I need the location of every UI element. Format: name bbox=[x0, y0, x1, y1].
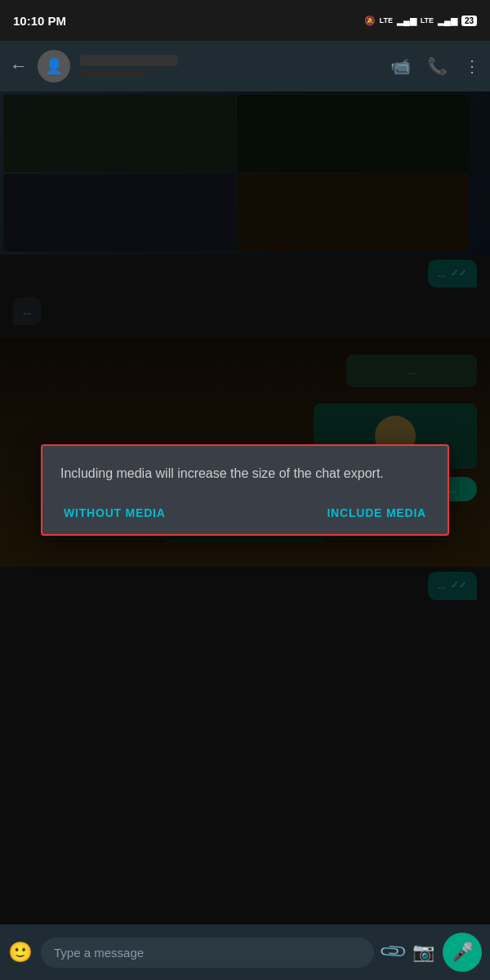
without-media-button[interactable]: WITHOUT MEDIA bbox=[60, 501, 169, 524]
export-chat-dialog: Including media will increase the size o… bbox=[41, 444, 449, 537]
dialog-buttons: WITHOUT MEDIA INCLUDE MEDIA bbox=[60, 501, 430, 524]
include-media-button[interactable]: INCLUDE MEDIA bbox=[323, 501, 430, 524]
dialog-backdrop: Including media will increase the size o… bbox=[0, 0, 490, 980]
dialog-message: Including media will increase the size o… bbox=[60, 464, 430, 484]
